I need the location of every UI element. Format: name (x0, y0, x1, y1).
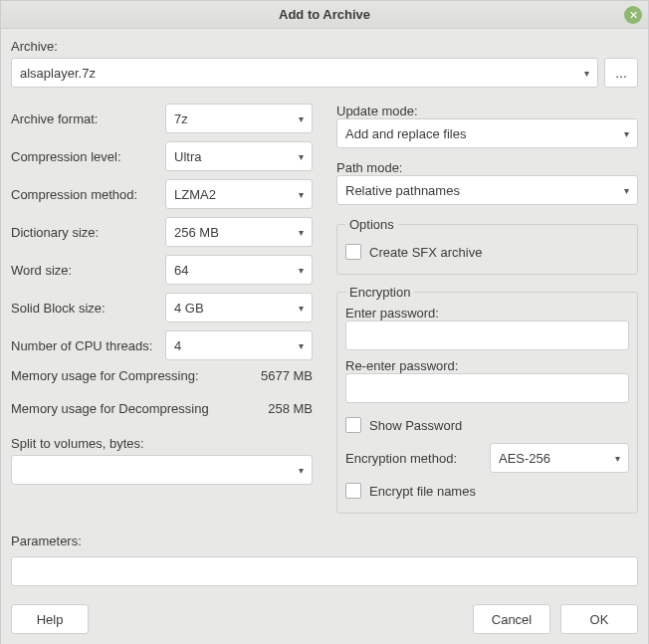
titlebar: Add to Archive ✕ (1, 1, 648, 29)
archive-name-value: alsaplayer.7z (20, 66, 96, 81)
dialog-content: Archive: alsaplayer.7z ▾ ... Archive for… (1, 29, 648, 644)
solid-block-size-select[interactable]: 4 GB ▾ (165, 293, 313, 322)
archive-format-select[interactable]: 7z ▾ (165, 104, 313, 133)
compression-method-label: Compression method: (11, 187, 165, 202)
cpu-threads-label: Number of CPU threads: (11, 338, 165, 353)
path-mode-label: Path mode: (336, 160, 403, 175)
reenter-password-input[interactable] (345, 373, 629, 403)
split-volumes-combo[interactable]: ▾ (11, 455, 313, 485)
chevron-down-icon: ▾ (299, 265, 304, 276)
help-button[interactable]: Help (11, 604, 89, 634)
solid-block-size-value: 4 GB (174, 301, 204, 316)
solid-block-size-label: Solid Block size: (11, 301, 165, 316)
chevron-down-icon: ▾ (299, 151, 304, 162)
chevron-down-icon: ▾ (299, 303, 304, 314)
help-button-label: Help (37, 612, 64, 627)
ellipsis-icon: ... (615, 65, 627, 81)
add-to-archive-dialog: Add to Archive ✕ Archive: alsaplayer.7z … (0, 0, 649, 644)
right-column: Update mode: Add and replace files ▾ Pat… (336, 104, 638, 524)
enter-password-label: Enter password: (345, 306, 439, 321)
encrypt-file-names-label: Encrypt file names (369, 484, 476, 499)
compression-level-value: Ultra (174, 149, 201, 164)
archive-name-combo[interactable]: alsaplayer.7z ▾ (11, 58, 598, 88)
parameters-input[interactable] (11, 556, 638, 586)
memory-decompressing-row: Memory usage for Decompressing 258 MB (11, 401, 313, 416)
memory-decompressing-value: 258 MB (268, 401, 313, 416)
cpu-threads-select[interactable]: 4 ▾ (165, 330, 313, 360)
update-mode-label: Update mode: (336, 104, 418, 118)
columns: Archive format: 7z ▾ Compression level: … (11, 104, 638, 524)
show-password-checkbox[interactable] (345, 417, 361, 433)
close-button[interactable]: ✕ (624, 6, 642, 24)
compression-method-select[interactable]: LZMA2 ▾ (165, 179, 313, 209)
browse-button[interactable]: ... (604, 58, 638, 88)
word-size-label: Word size: (11, 263, 165, 278)
encryption-method-value: AES-256 (499, 451, 550, 466)
archive-label: Archive: (11, 39, 638, 54)
archive-format-value: 7z (174, 111, 188, 126)
split-volumes-label: Split to volumes, bytes: (11, 436, 313, 451)
split-volumes-section: Split to volumes, bytes: ▾ (11, 436, 313, 485)
dictionary-size-label: Dictionary size: (11, 225, 165, 240)
encryption-legend: Encryption (345, 285, 414, 300)
chevron-down-icon: ▾ (299, 227, 304, 238)
archive-input-row: alsaplayer.7z ▾ ... (11, 58, 638, 88)
options-legend: Options (345, 217, 398, 232)
encrypt-file-names-checkbox[interactable] (345, 483, 361, 499)
dictionary-size-value: 256 MB (174, 225, 219, 240)
update-mode-value: Add and replace files (345, 126, 466, 141)
close-icon: ✕ (629, 9, 638, 22)
cpu-threads-value: 4 (174, 338, 181, 353)
cancel-button[interactable]: Cancel (473, 604, 550, 634)
compression-level-select[interactable]: Ultra ▾ (165, 141, 313, 171)
encryption-fieldset: Encryption Enter password: Re-enter pass… (336, 285, 638, 514)
memory-compressing-row: Memory usage for Compressing: 5677 MB (11, 368, 313, 383)
memory-decompressing-label: Memory usage for Decompressing (11, 401, 209, 416)
reenter-password-label: Re-enter password: (345, 358, 458, 373)
encryption-method-select[interactable]: AES-256 ▾ (490, 443, 629, 473)
chevron-down-icon: ▾ (299, 340, 304, 351)
word-size-select[interactable]: 64 ▾ (165, 255, 313, 285)
chevron-down-icon: ▾ (299, 113, 304, 124)
word-size-value: 64 (174, 263, 188, 278)
create-sfx-checkbox[interactable] (345, 244, 361, 260)
memory-compressing-value: 5677 MB (261, 368, 313, 383)
options-fieldset: Options Create SFX archive (336, 217, 638, 275)
parameters-label: Parameters: (11, 534, 638, 548)
archive-section: Archive: alsaplayer.7z ▾ ... (11, 39, 638, 88)
chevron-down-icon: ▾ (584, 68, 589, 79)
left-column: Archive format: 7z ▾ Compression level: … (11, 104, 313, 524)
ok-button-label: OK (590, 612, 609, 627)
dictionary-size-select[interactable]: 256 MB ▾ (165, 217, 313, 247)
create-sfx-label: Create SFX archive (369, 245, 482, 260)
compression-method-value: LZMA2 (174, 187, 216, 202)
chevron-down-icon: ▾ (299, 189, 304, 200)
chevron-down-icon: ▾ (624, 185, 629, 196)
encryption-method-label: Encryption method: (345, 451, 457, 466)
show-password-label: Show Password (369, 418, 462, 433)
path-mode-select[interactable]: Relative pathnames ▾ (336, 175, 638, 205)
compression-level-label: Compression level: (11, 149, 165, 164)
ok-button[interactable]: OK (560, 604, 638, 634)
chevron-down-icon: ▾ (615, 453, 620, 464)
parameters-section: Parameters: (11, 534, 638, 586)
window-title: Add to Archive (279, 7, 370, 22)
button-row: Help Cancel OK (11, 604, 638, 642)
chevron-down-icon: ▾ (624, 128, 629, 139)
enter-password-input[interactable] (345, 321, 629, 350)
cancel-button-label: Cancel (492, 612, 532, 627)
path-mode-value: Relative pathnames (345, 183, 460, 198)
chevron-down-icon: ▾ (299, 465, 304, 476)
update-mode-select[interactable]: Add and replace files ▾ (336, 118, 638, 148)
archive-format-label: Archive format: (11, 111, 165, 126)
memory-compressing-label: Memory usage for Compressing: (11, 368, 199, 383)
